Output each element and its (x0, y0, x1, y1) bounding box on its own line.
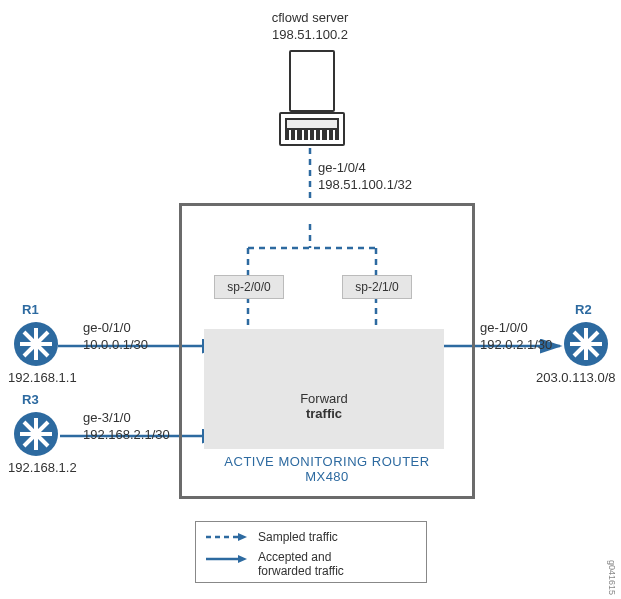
router-icon-r2 (564, 322, 608, 366)
forward-box: Forward traffic (204, 329, 444, 449)
router-title: ACTIVE MONITORING ROUTER MX480 (182, 454, 472, 484)
figure-number: g041615 (607, 560, 617, 595)
r1-ip: 192.168.1.1 (8, 370, 77, 387)
r1-name: R1 (22, 302, 39, 319)
r2-name: R2 (575, 302, 592, 319)
legend: Sampled traffic Accepted and forwarded t… (195, 521, 427, 583)
r3-iflabel: ge-3/1/0 192.168.2.1/30 (83, 410, 170, 444)
r2-iflabel: ge-1/0/0 192.0.2.1/30 (480, 320, 552, 354)
forward-text: Forward traffic (204, 391, 444, 421)
router-icon-r3 (14, 412, 58, 456)
uplink-if: ge-1/0/4 (318, 160, 412, 177)
r1-iflabel: ge-0/1/0 10.0.0.1/30 (83, 320, 148, 354)
sp-a: sp-2/0/0 (214, 275, 284, 299)
legend-accepted: Accepted and forwarded traffic (206, 550, 344, 578)
sp-b: sp-2/1/0 (342, 275, 412, 299)
uplink-ip: 198.51.100.1/32 (318, 177, 412, 194)
r3-ip: 192.168.1.2 (8, 460, 77, 477)
router-icon-r1 (14, 322, 58, 366)
r2-ip: 203.0.113.0/8 (536, 370, 620, 387)
uplink-label: ge-1/0/4 198.51.100.1/32 (318, 160, 412, 194)
r3-name: R3 (22, 392, 39, 409)
legend-sampled: Sampled traffic (206, 530, 338, 544)
diagram: cflowd server 198.51.100.2 (0, 0, 621, 599)
